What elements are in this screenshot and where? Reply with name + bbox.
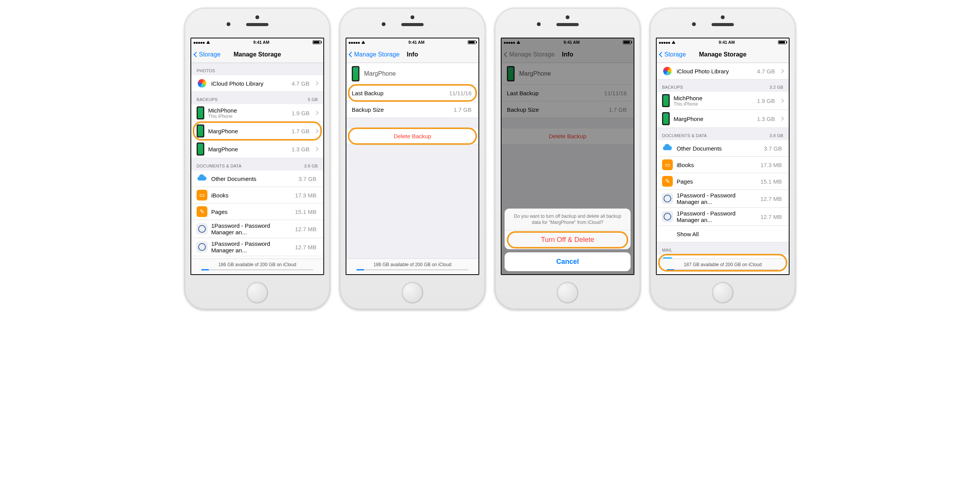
- section-header-mail: MAIL: [657, 242, 789, 255]
- delete-backup-button[interactable]: Delete Backup: [346, 128, 478, 144]
- front-camera: [227, 22, 230, 26]
- back-button[interactable]: Manage Storage: [349, 51, 399, 58]
- 1password-icon: [197, 242, 207, 252]
- iphone-icon: [662, 112, 670, 125]
- earpiece-speaker: [401, 23, 424, 26]
- back-button[interactable]: Storage: [194, 51, 220, 58]
- earpiece-speaker: [246, 23, 268, 26]
- storage-text: 186 GB available of 200 GB on iCloud: [201, 262, 313, 267]
- row-1password-b[interactable]: 1Password - Password Manager an... 12.7 …: [657, 208, 789, 226]
- back-label: Storage: [664, 51, 686, 58]
- row-other-documents[interactable]: Other Documents 3.7 GB: [191, 171, 323, 187]
- action-sheet: Do you want to turn off backup and delet…: [505, 209, 631, 249]
- front-camera: [537, 22, 541, 26]
- battery-icon: [778, 40, 786, 44]
- photos-icon: [197, 79, 207, 88]
- nav-bar: Manage Storage Info: [346, 46, 478, 63]
- proximity-sensor: [411, 15, 414, 19]
- back-button[interactable]: Storage: [660, 51, 686, 58]
- row-backup-margphone-1[interactable]: MargPhone 1.7 GB: [191, 122, 323, 140]
- row-ibooks[interactable]: ▭ iBooks 17.3 MB: [657, 157, 789, 173]
- wifi-icon: [361, 40, 365, 45]
- chevron-left-icon: [659, 51, 664, 57]
- iphone-icon: [352, 66, 359, 81]
- row-pages[interactable]: ✎ Pages 15.1 MB: [191, 204, 323, 220]
- row-other-documents[interactable]: Other Documents 3.7 GB: [657, 140, 789, 157]
- status-time: 9:41 AM: [253, 40, 270, 45]
- section-header-photos: PHOTOS: [191, 63, 323, 75]
- phone-frame-3: 9:41 AM Manage Storage Info MargPhone La…: [495, 8, 641, 310]
- chevron-right-icon: [780, 69, 784, 73]
- screen-4: 9:41 AM Storage Manage Storage iCloud Ph…: [656, 38, 790, 275]
- signal-dots-icon: [349, 40, 360, 45]
- storage-bar: [356, 269, 468, 270]
- signal-dots-icon: [194, 40, 205, 45]
- phone-frame-1: 9:41 AM Storage Manage Storage PHOTOS iC…: [184, 8, 330, 310]
- storage-footer: 186 GB available of 200 GB on iCloud: [191, 258, 323, 274]
- row-backup-margphone-2[interactable]: MargPhone 1.3 GB: [191, 140, 323, 158]
- wifi-icon: [672, 40, 675, 45]
- chevron-left-icon: [349, 51, 354, 57]
- earpiece-speaker: [712, 23, 734, 26]
- row-icloud-photo-library[interactable]: iCloud Photo Library 4.7 GB: [657, 63, 789, 80]
- battery-icon: [468, 40, 476, 44]
- storage-text: 186 GB available of 200 GB on iCloud: [356, 262, 468, 267]
- signal-dots-icon: [659, 40, 670, 45]
- section-header-documents: DOCUMENTS & DATA 3.8 GB: [657, 128, 789, 140]
- front-camera: [692, 22, 696, 26]
- proximity-sensor: [255, 15, 259, 19]
- wifi-icon: [206, 40, 210, 45]
- row-1password-a[interactable]: 1Password - Password Manager an... 12.7 …: [657, 190, 789, 208]
- storage-footer: 186 GB available of 200 GB on iCloud: [346, 258, 478, 274]
- row-1password-b[interactable]: 1Password - Password Manager an... 12.7 …: [191, 238, 323, 256]
- nav-bar: Storage Manage Storage: [657, 46, 789, 63]
- chevron-right-icon: [314, 147, 318, 151]
- action-sheet-message: Do you want to turn off backup and delet…: [505, 209, 631, 230]
- phone-frame-4: 9:41 AM Storage Manage Storage iCloud Ph…: [650, 8, 796, 310]
- row-backup-michphone[interactable]: MichPhone This iPhone 1.9 GB: [191, 104, 323, 122]
- proximity-sensor: [721, 15, 725, 19]
- row-show-all[interactable]: Show All: [657, 226, 789, 242]
- turn-off-and-delete-button[interactable]: Turn Off & Delete: [505, 230, 631, 249]
- iphone-icon: [197, 124, 204, 137]
- row-backup-michphone[interactable]: MichPhone This iPhone 1.9 GB: [657, 92, 789, 110]
- storage-footer: 187 GB available of 200 GB on iCloud: [657, 258, 789, 274]
- chevron-right-icon: [314, 111, 318, 115]
- 1password-icon: [662, 211, 673, 222]
- back-label: Manage Storage: [354, 51, 399, 58]
- row-pages[interactable]: ✎ Pages 15.1 MB: [657, 173, 789, 190]
- nav-bar: Storage Manage Storage: [191, 46, 323, 63]
- status-bar: 9:41 AM: [346, 38, 478, 46]
- row-1password-a[interactable]: 1Password - Password Manager an... 12.7 …: [191, 220, 323, 238]
- home-button[interactable]: [402, 282, 423, 303]
- screen-1: 9:41 AM Storage Manage Storage PHOTOS iC…: [190, 38, 324, 275]
- home-button[interactable]: [557, 282, 578, 303]
- battery-icon: [313, 40, 321, 44]
- storage-bar: [201, 269, 313, 270]
- status-time: 9:41 AM: [409, 40, 425, 45]
- device-header: MargPhone: [346, 63, 478, 85]
- pages-icon: ✎: [197, 206, 207, 217]
- storage-text: 187 GB available of 200 GB on iCloud: [667, 262, 779, 267]
- status-bar: 9:41 AM: [191, 38, 323, 46]
- screen-2: 9:41 AM Manage Storage Info MargPhone La…: [346, 38, 479, 275]
- section-header-documents: DOCUMENTS & DATA 3.8 GB: [191, 158, 323, 171]
- section-header-backups: BACKUPS 5 GB: [191, 92, 323, 104]
- ibooks-icon: ▭: [662, 159, 673, 170]
- cloud-icon: [197, 173, 207, 184]
- row-backup-size: Backup Size 1.7 GB: [346, 101, 478, 118]
- status-bar: 9:41 AM: [657, 38, 789, 46]
- row-ibooks[interactable]: ▭ iBooks 17.3 MB: [191, 187, 323, 204]
- chevron-left-icon: [194, 51, 199, 57]
- iphone-icon: [197, 142, 204, 156]
- row-backup-margphone[interactable]: MargPhone 1.3 GB: [657, 110, 789, 128]
- ibooks-icon: ▭: [197, 190, 207, 200]
- home-button[interactable]: [712, 282, 733, 303]
- chevron-right-icon: [314, 81, 318, 85]
- cloud-icon: [662, 143, 673, 154]
- chevron-right-icon: [314, 129, 318, 133]
- row-icloud-photo-library[interactable]: iCloud Photo Library 4.7 GB: [191, 75, 323, 92]
- cancel-button[interactable]: Cancel: [505, 252, 631, 271]
- chevron-right-icon: [780, 98, 784, 103]
- home-button[interactable]: [247, 282, 268, 303]
